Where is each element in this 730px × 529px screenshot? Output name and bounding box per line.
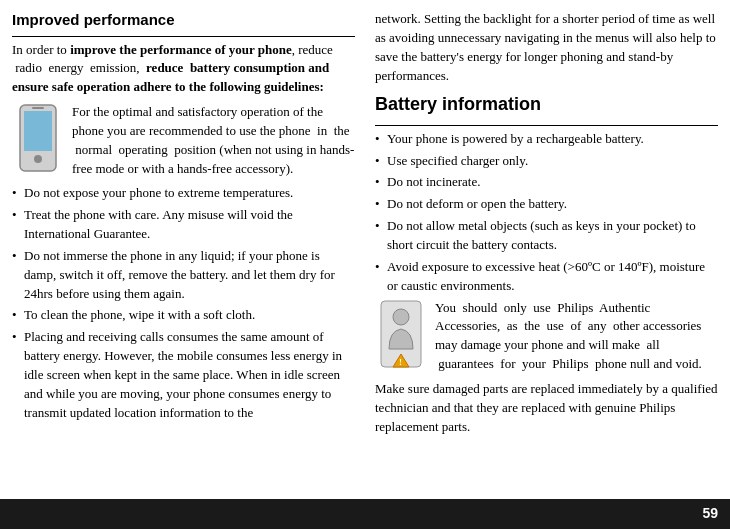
make-sure-text: Make sure damaged parts are replaced imm… [375,380,718,437]
bold-improve: improve the performance of your phone [70,42,292,57]
battery-list: Your phone is powered by a rechargeable … [375,130,718,296]
phone-image [12,103,64,173]
battery-bullet-2: Use specified charger only. [375,152,718,171]
page-container: Improved performance In order to improve… [0,0,730,529]
left-column: Improved performance In order to improve… [12,10,355,489]
svg-rect-3 [32,107,44,109]
svg-point-5 [393,309,409,325]
battery-divider [375,125,718,126]
bold-reduce: reduce battery consumption and ensure sa… [12,60,329,94]
intro-paragraph: In order to improve the performance of y… [12,41,355,98]
battery-bullet-4: Do not deform or open the battery. [375,195,718,214]
right-column: network. Setting the backlight for a sho… [375,10,718,489]
bullet-1: Do not expose your phone to extreme temp… [12,184,355,203]
battery-bullet-5: Do not allow metal objects (such as keys… [375,217,718,255]
battery-information-title: Battery information [375,93,718,116]
warning-block: ! You should only use Philips Authentic … [375,299,718,374]
image-paragraph: For the optimal and satisfactory operati… [72,103,355,178]
svg-rect-1 [24,111,52,151]
svg-text:!: ! [399,357,402,367]
image-text-block: For the optimal and satisfactory operati… [12,103,355,178]
bullet-2: Treat the phone with care. Any misuse wi… [12,206,355,244]
svg-point-2 [34,155,42,163]
title-divider [12,36,355,37]
bullet-5: Placing and receiving calls consumes the… [12,328,355,422]
bullet-3: Do not immerse the phone in any liquid; … [12,247,355,304]
page-number-bar: 59 [0,499,730,529]
page-number: 59 [702,503,718,523]
content-columns: Improved performance In order to improve… [0,0,730,499]
improved-performance-title: Improved performance [12,10,355,30]
battery-bullet-6: Avoid exposure to excessive heat (>60ºC … [375,258,718,296]
warning-text: You should only use Philips Authentic Ac… [435,299,718,374]
battery-bullet-3: Do not incinerate. [375,173,718,192]
right-intro-text: network. Setting the backlight for a sho… [375,10,718,85]
warning-image: ! [375,299,427,369]
battery-bullet-1: Your phone is powered by a rechargeable … [375,130,718,149]
guidelines-list: Do not expose your phone to extreme temp… [12,184,355,422]
bullet-4: To clean the phone, wipe it with a soft … [12,306,355,325]
